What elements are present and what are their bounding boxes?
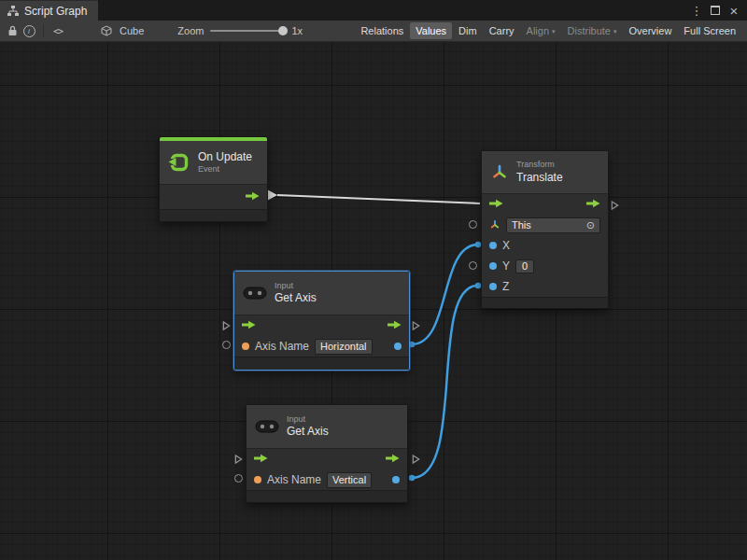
this-port-row: This ⊙ [482, 215, 608, 235]
get-axis-horizontal-node[interactable]: Input Get Axis Axis Name Horizontal [233, 271, 410, 371]
graph-canvas[interactable]: On Update Event Transform Translate [0, 42, 747, 560]
axis-name-field-vertical[interactable]: Vertical [327, 472, 372, 488]
y-port-socket[interactable] [469, 261, 477, 270]
flow-output-port[interactable] [586, 198, 600, 211]
axis-name-row: Axis Name Vertical [247, 469, 407, 490]
zoom-value: 1x [291, 25, 303, 36]
window-titlebar: Script Graph ⋮ × [0, 0, 747, 21]
z-value-port[interactable] [489, 283, 497, 290]
tab-title: Script Graph [24, 5, 87, 18]
translate-flow-out-socket[interactable] [611, 198, 619, 215]
node-title: Translate [516, 171, 563, 185]
flow-input-port[interactable] [489, 198, 503, 211]
flow-output-port[interactable] [388, 319, 402, 332]
y-value-port[interactable] [489, 262, 497, 270]
target-object-label: Cube [120, 25, 144, 36]
x-value-port[interactable] [489, 242, 497, 249]
edit-source-icon[interactable]: <> [49, 22, 66, 39]
axis-name-port[interactable] [254, 476, 261, 483]
graph-toolbar: i <> Cube Zoom 1x Relations Values Dim C… [0, 21, 747, 42]
values-button[interactable]: Values [410, 22, 452, 39]
axis-name-row: Axis Name Horizontal [234, 336, 409, 357]
on-update-node[interactable]: On Update Event [159, 136, 268, 222]
wire-on-update-to-translate[interactable] [277, 195, 480, 203]
loop-icon [168, 151, 190, 174]
target-object-selector[interactable]: Cube [98, 22, 144, 39]
chevron-down-icon: ▾ [613, 28, 617, 35]
transform-axes-icon [490, 163, 509, 182]
tab-script-graph[interactable]: Script Graph [0, 0, 98, 21]
lock-icon[interactable] [4, 22, 21, 39]
close-icon[interactable]: × [726, 3, 741, 18]
this-port-socket[interactable] [469, 220, 477, 229]
getaxis2-name-socket[interactable] [234, 474, 243, 483]
result-port[interactable] [392, 476, 400, 483]
gamepad-icon [255, 418, 279, 435]
chevron-down-icon: ▾ [552, 28, 556, 35]
result-port[interactable] [394, 343, 402, 350]
carry-button[interactable]: Carry [484, 22, 520, 39]
translate-node[interactable]: Transform Translate This ⊙ X [481, 150, 609, 309]
z-port-row: Z [482, 276, 608, 297]
node-subtitle: Event [198, 164, 252, 175]
getaxis1-flow-out-socket[interactable] [412, 318, 420, 335]
z-port-label: Z [502, 280, 509, 293]
distribute-button[interactable]: Distribute▾ [562, 22, 623, 39]
y-port-label: Y [502, 259, 510, 273]
wire-horizontal-to-x[interactable] [412, 245, 478, 344]
mini-axes-icon [489, 219, 500, 231]
gamepad-icon [243, 285, 267, 301]
wire-vertical-to-z[interactable] [412, 286, 478, 478]
axis-name-label: Axis Name [255, 340, 309, 353]
getaxis2-flow-in-socket[interactable] [234, 452, 243, 469]
info-icon[interactable]: i [21, 22, 37, 39]
x-port-row: X [482, 235, 608, 256]
axis-name-port[interactable] [242, 343, 249, 350]
relations-button[interactable]: Relations [355, 22, 409, 39]
node-category: Input [275, 281, 317, 291]
flow-input-port[interactable] [254, 453, 268, 466]
align-button[interactable]: Align▾ [521, 22, 561, 39]
maximize-icon[interactable] [708, 3, 723, 18]
wire-endpoints [409, 242, 481, 481]
flow-output-port[interactable] [246, 190, 260, 203]
node-title: On Update [198, 150, 252, 164]
dim-button[interactable]: Dim [453, 22, 483, 39]
x-port-label: X [502, 239, 510, 252]
window-menu-icon[interactable]: ⋮ [689, 3, 704, 18]
getaxis1-name-socket[interactable] [222, 341, 231, 349]
zoom-slider-knob[interactable] [278, 26, 288, 35]
toolbar-separator [43, 24, 44, 37]
y-port-row: Y 0 [482, 256, 608, 276]
node-category: Transform [516, 160, 563, 170]
full-screen-button[interactable]: Full Screen [678, 22, 741, 39]
getaxis2-flow-out-socket[interactable] [412, 452, 420, 469]
flow-wire-arrowhead [267, 189, 277, 201]
axis-name-label: Axis Name [267, 473, 321, 486]
object-picker-icon[interactable]: ⊙ [586, 220, 595, 231]
y-value-field[interactable]: 0 [515, 259, 534, 273]
flow-output-port[interactable] [386, 453, 400, 466]
node-category: Input [287, 414, 329, 425]
zoom-label: Zoom [177, 25, 204, 36]
axis-name-field-horizontal[interactable]: Horizontal [315, 339, 373, 355]
node-title: Get Axis [287, 425, 329, 439]
zoom-slider[interactable] [210, 30, 285, 32]
overview-button[interactable]: Overview [624, 22, 678, 39]
get-axis-vertical-node[interactable]: Input Get Axis Axis Name Vertical [246, 404, 408, 503]
getaxis1-flow-in-socket[interactable] [222, 318, 231, 335]
this-object-field[interactable]: This ⊙ [506, 217, 600, 233]
cube-icon [98, 22, 115, 39]
node-title: Get Axis [275, 291, 317, 305]
script-graph-icon [7, 6, 19, 17]
flow-input-port[interactable] [242, 319, 256, 332]
